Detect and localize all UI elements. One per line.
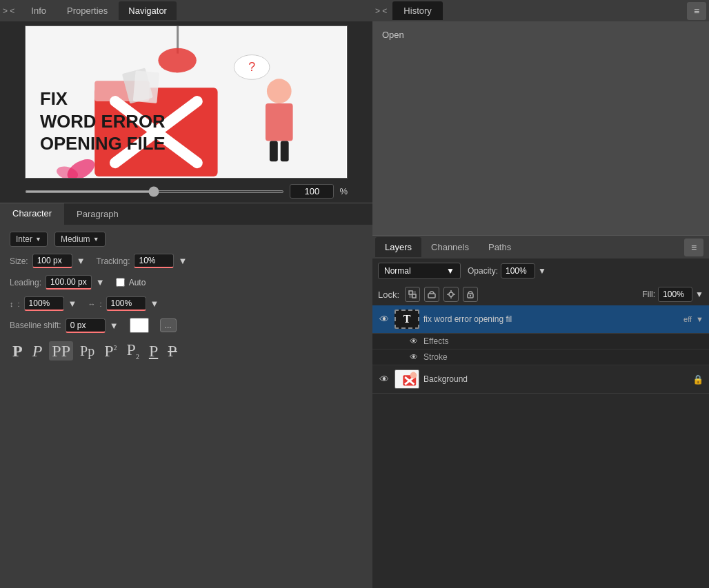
layer-item-background[interactable]: 👁 Background 🔒 <box>372 365 709 394</box>
leading-label: Leading: <box>10 278 41 287</box>
tab-paths[interactable]: Paths <box>479 237 521 257</box>
effects-visibility-button[interactable]: 👁 <box>408 336 419 346</box>
navigator-area: FIX WORD ERROR OPENING FILE ? <box>0 21 372 203</box>
layers-menu-button[interactable]: ≡ <box>684 239 703 256</box>
zoom-bar: 100 % <box>25 184 348 199</box>
history-item-open[interactable]: Open <box>379 28 702 41</box>
horizontal-scale-field[interactable]: 100% <box>106 296 146 311</box>
tab-character[interactable]: Character <box>0 203 64 225</box>
svg-text:?: ? <box>248 60 255 74</box>
tab-paragraph[interactable]: Paragraph <box>64 203 131 225</box>
auto-checkbox[interactable] <box>116 278 125 287</box>
layer-effects-button[interactable]: eff <box>683 315 692 323</box>
char-panel: Inter ▼ Medium ▼ Size: 100 px ▼ Tracking… <box>0 225 372 588</box>
font-family-arrow-icon: ▼ <box>35 236 41 243</box>
layer-text-visibility-button[interactable]: 👁 <box>378 314 390 325</box>
svg-point-31 <box>470 295 471 296</box>
ellipsis-button[interactable]: ... <box>160 318 177 332</box>
history-menu-button[interactable]: ≡ <box>687 2 706 20</box>
typo-strikethrough-icon[interactable]: P <box>165 341 179 361</box>
typo-superscript-icon[interactable]: P2 <box>101 341 119 361</box>
tab-properties[interactable]: Properties <box>57 1 117 20</box>
blend-mode-dropdown[interactable]: Normal ▼ <box>378 263 461 279</box>
layers-tab-bar: Layers Channels Paths ≡ <box>372 235 709 258</box>
leading-group: Leading: 100.00 px ▼ <box>10 275 105 290</box>
baseline-label: Baseline shift: <box>10 321 61 330</box>
typo-smallcaps-icon[interactable]: Pp <box>77 343 97 359</box>
typography-row: P P PP Pp P2 P2 P P <box>10 340 363 362</box>
vertical-scale-group: ↕ : 100% ▼ <box>10 296 77 311</box>
font-weight-dropdown[interactable]: Medium ▼ <box>54 232 106 247</box>
horizontal-scale-icon: ↔ <box>88 300 95 308</box>
layer-bg-visibility-button[interactable]: 👁 <box>378 374 390 385</box>
leading-row: Leading: 100.00 px ▼ Auto <box>10 275 363 290</box>
baseline-row: Baseline shift: 0 px ▼ ... <box>10 318 363 333</box>
stroke-visibility-button[interactable]: 👁 <box>408 352 419 362</box>
tracking-label: Tracking: <box>97 256 130 266</box>
effects-label: Effects <box>423 336 448 346</box>
font-weight-arrow-icon: ▼ <box>93 236 99 243</box>
tab-history[interactable]: History <box>392 1 442 20</box>
leading-field[interactable]: 100.00 px <box>46 275 92 290</box>
color-swatch[interactable] <box>130 318 149 333</box>
baseline-arrow-icon[interactable]: ▼ <box>110 321 119 331</box>
layer-effects-arrow-icon[interactable]: ▼ <box>696 315 703 323</box>
horizontal-scale-group: ↔ : 100% ▼ <box>88 296 159 311</box>
horizontal-scale-colon: : <box>99 300 101 308</box>
collapse-right-icon[interactable]: > < <box>375 6 387 16</box>
vertical-scale-arrow-icon[interactable]: ▼ <box>68 298 77 309</box>
size-field[interactable]: 100 px <box>32 254 72 268</box>
collapse-left-icon[interactable]: > < <box>3 6 14 16</box>
blend-mode-arrow-icon: ▼ <box>446 266 455 276</box>
svg-rect-10 <box>270 141 278 161</box>
lock-image-button[interactable] <box>424 287 439 302</box>
lock-pixels-button[interactable] <box>405 287 420 302</box>
leading-arrow-icon[interactable]: ▼ <box>96 277 105 287</box>
sub-layer-effects: 👁 Effects <box>372 334 709 349</box>
layer-bg-thumb <box>395 369 419 389</box>
tab-channels[interactable]: Channels <box>421 237 479 257</box>
svg-text:FIX: FIX <box>40 89 68 108</box>
svg-point-25 <box>449 292 453 296</box>
fill-group: Fill: 100% ▼ <box>642 287 703 302</box>
font-family-dropdown[interactable]: Inter ▼ <box>10 232 48 247</box>
size-arrow-icon[interactable]: ▼ <box>77 256 86 266</box>
size-tracking-row: Size: 100 px ▼ Tracking: 10% ▼ <box>10 254 363 268</box>
svg-rect-9 <box>266 103 293 141</box>
opacity-field[interactable]: 100% <box>501 263 535 278</box>
zoom-value-field[interactable]: 100 <box>290 184 334 199</box>
scale-row: ↕ : 100% ▼ ↔ : 100% ▼ <box>10 296 363 311</box>
tab-info[interactable]: Info <box>21 1 56 20</box>
typo-italic-icon[interactable]: P <box>30 341 46 361</box>
lock-all-button[interactable] <box>463 287 478 302</box>
vertical-scale-field[interactable]: 100% <box>24 296 64 311</box>
svg-rect-21 <box>412 294 416 298</box>
right-panel: > < History ≡ Open Layers Channels Paths… <box>372 0 709 588</box>
svg-rect-22 <box>409 294 412 298</box>
layer-item-text[interactable]: 👁 T fix word error opening fil eff ▼ <box>372 305 709 334</box>
svg-rect-19 <box>133 70 159 103</box>
lock-icon-group <box>405 287 478 302</box>
layer-bg-name: Background <box>423 374 688 384</box>
fill-arrow-icon[interactable]: ▼ <box>695 290 703 299</box>
tracking-field[interactable]: 10% <box>134 254 174 268</box>
tracking-arrow-icon[interactable]: ▼ <box>178 256 187 266</box>
baseline-field[interactable]: 0 px <box>66 318 106 333</box>
svg-rect-24 <box>428 294 435 298</box>
horizontal-scale-arrow-icon[interactable]: ▼ <box>150 298 159 309</box>
opacity-arrow-icon[interactable]: ▼ <box>538 266 546 276</box>
history-tab-bar: > < History ≡ <box>372 0 709 21</box>
typo-regular-icon[interactable]: P <box>10 341 26 361</box>
svg-point-36 <box>410 372 417 378</box>
typo-allcaps-icon[interactable]: PP <box>49 341 73 361</box>
svg-point-15 <box>158 48 196 73</box>
typo-subscript-icon[interactable]: P2 <box>124 340 142 362</box>
font-row: Inter ▼ Medium ▼ <box>10 232 363 247</box>
typo-underline-icon[interactable]: P <box>146 341 161 361</box>
baseline-group: Baseline shift: 0 px ▼ <box>10 318 119 333</box>
tab-layers[interactable]: Layers <box>375 237 421 257</box>
lock-position-button[interactable] <box>443 287 459 302</box>
tab-navigator[interactable]: Navigator <box>119 1 177 20</box>
zoom-slider[interactable] <box>25 190 284 193</box>
fill-field[interactable]: 100% <box>658 287 692 302</box>
